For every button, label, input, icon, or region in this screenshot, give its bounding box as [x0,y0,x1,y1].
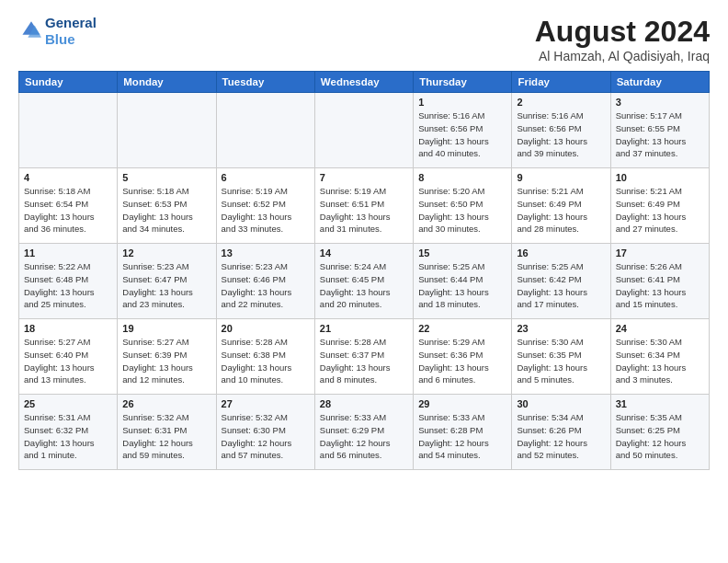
day-info: Sunrise: 5:25 AM Sunset: 6:42 PM Dayligh… [517,260,605,311]
calendar-page: General Blue August 2024 Al Hamzah, Al Q… [0,0,728,479]
header-monday: Monday [118,72,216,93]
day-info: Sunrise: 5:17 AM Sunset: 6:55 PM Dayligh… [616,109,704,160]
calendar-cell: 30Sunrise: 5:34 AM Sunset: 6:26 PM Dayli… [512,395,610,470]
day-info: Sunrise: 5:24 AM Sunset: 6:45 PM Dayligh… [320,260,408,311]
calendar-header-row: SundayMondayTuesdayWednesdayThursdayFrid… [19,72,710,93]
calendar-cell: 13Sunrise: 5:23 AM Sunset: 6:46 PM Dayli… [216,244,314,319]
calendar-cell: 28Sunrise: 5:33 AM Sunset: 6:29 PM Dayli… [314,395,413,470]
day-info: Sunrise: 5:18 AM Sunset: 6:53 PM Dayligh… [122,185,210,236]
day-info: Sunrise: 5:23 AM Sunset: 6:46 PM Dayligh… [222,260,310,311]
day-number: 18 [24,323,112,334]
day-number: 9 [517,172,605,183]
day-number: 28 [320,398,408,409]
day-info: Sunrise: 5:20 AM Sunset: 6:50 PM Dayligh… [418,185,506,236]
day-number: 17 [616,247,704,259]
day-info: Sunrise: 5:16 AM Sunset: 6:56 PM Dayligh… [418,109,506,160]
day-number: 31 [616,398,704,409]
calendar-cell [216,93,314,168]
day-number: 1 [418,97,506,108]
calendar-cell: 21Sunrise: 5:28 AM Sunset: 6:37 PM Dayli… [314,319,413,395]
calendar-cell: 7Sunrise: 5:19 AM Sunset: 6:51 PM Daylig… [314,168,413,244]
calendar-cell: 22Sunrise: 5:29 AM Sunset: 6:36 PM Dayli… [414,319,512,395]
calendar-cell [314,93,413,168]
calendar-cell: 31Sunrise: 5:35 AM Sunset: 6:25 PM Dayli… [610,395,709,470]
day-info: Sunrise: 5:19 AM Sunset: 6:51 PM Dayligh… [320,185,408,236]
day-info: Sunrise: 5:22 AM Sunset: 6:48 PM Dayligh… [24,260,112,311]
header-sunday: Sunday [19,72,118,93]
subtitle: Al Hamzah, Al Qadisiyah, Iraq [535,49,710,63]
calendar-cell: 29Sunrise: 5:33 AM Sunset: 6:28 PM Dayli… [414,395,512,470]
day-number: 20 [222,323,310,334]
day-number: 3 [616,97,704,108]
week-row-2: 4Sunrise: 5:18 AM Sunset: 6:54 PM Daylig… [19,168,710,244]
week-row-5: 25Sunrise: 5:31 AM Sunset: 6:32 PM Dayli… [19,395,710,470]
day-number: 16 [517,247,605,259]
day-info: Sunrise: 5:21 AM Sunset: 6:49 PM Dayligh… [616,185,704,236]
day-number: 4 [24,172,112,183]
day-info: Sunrise: 5:26 AM Sunset: 6:41 PM Dayligh… [616,260,704,311]
calendar-cell: 15Sunrise: 5:25 AM Sunset: 6:44 PM Dayli… [414,244,512,319]
day-number: 26 [122,398,210,409]
calendar-table: SundayMondayTuesdayWednesdayThursdayFrid… [18,71,710,470]
calendar-cell: 24Sunrise: 5:30 AM Sunset: 6:34 PM Dayli… [610,319,709,395]
day-number: 13 [222,247,310,259]
day-info: Sunrise: 5:31 AM Sunset: 6:32 PM Dayligh… [24,411,112,462]
day-info: Sunrise: 5:34 AM Sunset: 6:26 PM Dayligh… [517,411,605,462]
day-info: Sunrise: 5:35 AM Sunset: 6:25 PM Dayligh… [616,411,704,462]
calendar-cell: 4Sunrise: 5:18 AM Sunset: 6:54 PM Daylig… [19,168,118,244]
week-row-1: 1Sunrise: 5:16 AM Sunset: 6:56 PM Daylig… [19,93,710,168]
day-number: 6 [222,172,310,183]
day-number: 30 [517,398,605,409]
header-saturday: Saturday [610,72,709,93]
calendar-cell: 10Sunrise: 5:21 AM Sunset: 6:49 PM Dayli… [610,168,709,244]
calendar-cell: 25Sunrise: 5:31 AM Sunset: 6:32 PM Dayli… [19,395,118,470]
day-number: 29 [418,398,506,409]
day-number: 11 [24,247,112,259]
day-info: Sunrise: 5:23 AM Sunset: 6:47 PM Dayligh… [122,260,210,311]
day-info: Sunrise: 5:32 AM Sunset: 6:31 PM Dayligh… [122,411,210,462]
calendar-cell [19,93,118,168]
logo-icon [21,19,41,40]
day-info: Sunrise: 5:27 AM Sunset: 6:40 PM Dayligh… [24,336,112,386]
day-number: 8 [418,172,506,183]
day-info: Sunrise: 5:33 AM Sunset: 6:28 PM Dayligh… [418,411,506,462]
calendar-cell: 8Sunrise: 5:20 AM Sunset: 6:50 PM Daylig… [414,168,512,244]
logo: General Blue [18,15,97,48]
calendar-cell: 23Sunrise: 5:30 AM Sunset: 6:35 PM Dayli… [512,319,610,395]
calendar-cell: 12Sunrise: 5:23 AM Sunset: 6:47 PM Dayli… [118,244,216,319]
calendar-cell: 18Sunrise: 5:27 AM Sunset: 6:40 PM Dayli… [19,319,118,395]
calendar-cell: 16Sunrise: 5:25 AM Sunset: 6:42 PM Dayli… [512,244,610,319]
calendar-cell [118,93,216,168]
day-info: Sunrise: 5:30 AM Sunset: 6:34 PM Dayligh… [616,336,704,386]
day-info: Sunrise: 5:28 AM Sunset: 6:37 PM Dayligh… [320,336,408,386]
header-wednesday: Wednesday [314,72,413,93]
title-block: August 2024 Al Hamzah, Al Qadisiyah, Ira… [535,15,710,63]
day-info: Sunrise: 5:33 AM Sunset: 6:29 PM Dayligh… [320,411,408,462]
day-number: 15 [418,247,506,259]
day-info: Sunrise: 5:18 AM Sunset: 6:54 PM Dayligh… [24,185,112,236]
calendar-cell: 3Sunrise: 5:17 AM Sunset: 6:55 PM Daylig… [610,93,709,168]
day-number: 12 [122,247,210,259]
day-info: Sunrise: 5:16 AM Sunset: 6:56 PM Dayligh… [517,109,605,160]
day-info: Sunrise: 5:30 AM Sunset: 6:35 PM Dayligh… [517,336,605,386]
main-title: August 2024 [535,15,710,49]
calendar-cell: 17Sunrise: 5:26 AM Sunset: 6:41 PM Dayli… [610,244,709,319]
calendar-cell: 26Sunrise: 5:32 AM Sunset: 6:31 PM Dayli… [118,395,216,470]
day-info: Sunrise: 5:29 AM Sunset: 6:36 PM Dayligh… [418,336,506,386]
day-number: 14 [320,247,408,259]
calendar-cell: 20Sunrise: 5:28 AM Sunset: 6:38 PM Dayli… [216,319,314,395]
day-number: 7 [320,172,408,183]
header-friday: Friday [512,72,610,93]
day-number: 25 [24,398,112,409]
day-number: 21 [320,323,408,334]
header: General Blue August 2024 Al Hamzah, Al Q… [18,15,710,63]
day-number: 27 [222,398,310,409]
day-info: Sunrise: 5:32 AM Sunset: 6:30 PM Dayligh… [222,411,310,462]
calendar-cell: 2Sunrise: 5:16 AM Sunset: 6:56 PM Daylig… [512,93,610,168]
calendar-cell: 11Sunrise: 5:22 AM Sunset: 6:48 PM Dayli… [19,244,118,319]
day-info: Sunrise: 5:21 AM Sunset: 6:49 PM Dayligh… [517,185,605,236]
calendar-cell: 27Sunrise: 5:32 AM Sunset: 6:30 PM Dayli… [216,395,314,470]
calendar-cell: 5Sunrise: 5:18 AM Sunset: 6:53 PM Daylig… [118,168,216,244]
week-row-4: 18Sunrise: 5:27 AM Sunset: 6:40 PM Dayli… [19,319,710,395]
header-thursday: Thursday [414,72,512,93]
